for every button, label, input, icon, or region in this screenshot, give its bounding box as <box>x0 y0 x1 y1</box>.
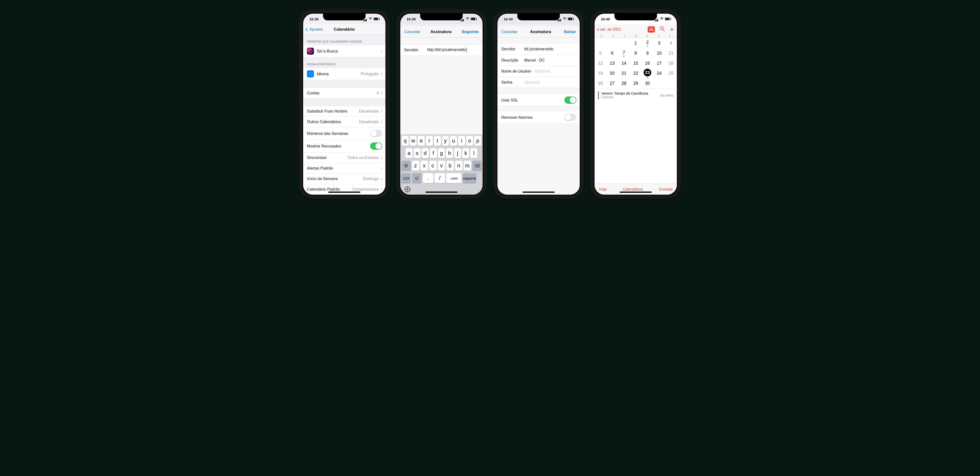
day-cell[interactable]: 5 <box>595 48 606 58</box>
day-cell[interactable]: 15 <box>630 58 641 69</box>
field-password[interactable]: Senha Opcional <box>497 77 580 88</box>
key-com[interactable]: .com <box>446 173 461 183</box>
cell-show-declined[interactable]: Mostrar Recusados <box>303 140 385 152</box>
key-w[interactable]: w <box>410 136 417 146</box>
day-cell[interactable]: 19 <box>595 69 606 78</box>
day-cell[interactable]: 27 <box>606 78 618 89</box>
server-value[interactable]: bit.ly/calmarveldc <box>524 47 576 51</box>
day-cell[interactable]: 4 <box>665 38 677 48</box>
day-cell[interactable]: 21 <box>618 69 630 78</box>
settings-content[interactable]: Permitir que Calendário acesse: Siri e B… <box>303 35 385 195</box>
cell-other-cal[interactable]: Outros Calendários Desativado <box>303 117 385 127</box>
key-u[interactable]: u <box>450 136 457 146</box>
day-cell[interactable]: 7 <box>618 48 630 58</box>
day-cell[interactable]: 12 <box>595 58 606 69</box>
cell-week-start[interactable]: Início da Semana Domingo <box>303 173 385 184</box>
field-server[interactable]: Servidor bit.ly/calmarveldc <box>497 43 580 54</box>
day-cell[interactable]: 20 <box>606 69 618 78</box>
key-emoji[interactable]: ☺ <box>412 173 422 183</box>
cell-use-ssl[interactable]: Usar SSL <box>497 94 580 106</box>
day-cell[interactable]: 14 <box>618 58 630 69</box>
cell-accounts[interactable]: Contas 4 <box>303 88 385 98</box>
day-cell[interactable]: 2 <box>642 38 654 48</box>
key-n[interactable]: n <box>455 161 463 171</box>
key-t[interactable]: t <box>434 136 441 146</box>
day-cell[interactable]: 1 <box>630 38 641 48</box>
save-button[interactable]: Salvar <box>564 29 576 34</box>
next-button[interactable]: Seguinte <box>461 29 479 34</box>
key-slash[interactable]: / <box>434 173 445 183</box>
key-k[interactable]: k <box>462 148 469 158</box>
keyboard[interactable]: qwertyuiop asdfghjkl zxcvbnm 123 ☺ . / .… <box>400 134 483 195</box>
cell-week-numbers[interactable]: Números das Semanas <box>303 127 385 140</box>
key-f[interactable]: f <box>430 148 437 158</box>
home-indicator[interactable] <box>620 192 652 193</box>
backspace-key[interactable] <box>472 161 482 171</box>
home-indicator[interactable] <box>523 192 555 193</box>
inbox-button[interactable]: Entrada <box>659 187 673 192</box>
day-cell[interactable]: 17 <box>654 58 665 69</box>
pass-value[interactable]: Opcional <box>524 80 576 85</box>
search-icon[interactable] <box>660 26 665 33</box>
cell-sync[interactable]: Sincronizar Todos os Eventos <box>303 152 385 163</box>
cell-language[interactable]: 🌐Idioma Português <box>303 68 385 80</box>
cell-siri[interactable]: Siri e Busca <box>303 45 385 57</box>
cell-default-cal[interactable]: Calendário Padrão Compromissos <box>303 184 385 195</box>
today-button[interactable]: Hoje <box>599 187 607 192</box>
field-server[interactable]: Servidor http://bit.ly/calmarveldc <box>400 45 483 56</box>
cell-remove-alarms[interactable]: Remover Alarmes <box>497 111 580 123</box>
home-indicator[interactable] <box>328 192 360 193</box>
globe-key[interactable] <box>404 187 410 192</box>
field-description[interactable]: Descrição Marvel - DC <box>497 54 580 65</box>
day-cell[interactable]: 13 <box>606 58 618 69</box>
list-view-button[interactable] <box>648 26 655 33</box>
key-b[interactable]: b <box>447 161 454 171</box>
day-cell[interactable]: 18 <box>665 58 677 69</box>
toggle-show-declined[interactable] <box>370 142 382 150</box>
home-indicator[interactable] <box>425 192 457 193</box>
toggle-remove-alarms[interactable] <box>565 114 576 121</box>
day-cell[interactable]: 28 <box>618 78 630 89</box>
key-j[interactable]: j <box>454 148 461 158</box>
key-o[interactable]: o <box>466 136 473 146</box>
user-value[interactable]: Opcional <box>535 69 576 73</box>
cell-timezone[interactable]: Substituir Fuso Horário Desativado <box>303 106 385 117</box>
server-input[interactable]: http://bit.ly/calmarveldc <box>427 48 479 53</box>
day-cell[interactable]: 23 <box>642 69 654 78</box>
key-s[interactable]: s <box>414 148 421 158</box>
key-z[interactable]: z <box>412 161 419 171</box>
day-cell[interactable]: 29 <box>630 78 641 89</box>
day-cell[interactable]: 6 <box>606 48 618 58</box>
day-cell[interactable]: 3 <box>654 38 665 48</box>
field-username[interactable]: Nome de Usuário Opcional <box>497 65 580 77</box>
day-cell[interactable]: 9 <box>642 48 654 58</box>
cancel-button[interactable]: Cancelar <box>501 29 517 34</box>
key-q[interactable]: q <box>402 136 409 146</box>
cancel-button[interactable]: Cancelar <box>404 29 420 34</box>
event-row[interactable]: Venom: Tempo de Carnificina Cinemas dia … <box>595 89 677 102</box>
key-v[interactable]: v <box>438 161 445 171</box>
key-x[interactable]: x <box>421 161 428 171</box>
day-cell[interactable]: 25 <box>665 69 677 78</box>
key-i[interactable]: i <box>458 136 465 146</box>
day-cell[interactable]: 26 <box>595 78 606 89</box>
toggle-ssl[interactable] <box>565 96 576 104</box>
key-g[interactable]: g <box>438 148 445 158</box>
shift-key[interactable] <box>401 161 411 171</box>
day-cell[interactable]: 24 <box>654 69 665 78</box>
key-l[interactable]: l <box>470 148 477 158</box>
day-cell[interactable]: 30 <box>642 78 654 89</box>
cell-alerts[interactable]: Alertas Padrão <box>303 163 385 173</box>
key-p[interactable]: p <box>474 136 481 146</box>
add-button[interactable]: + <box>670 26 674 34</box>
key-h[interactable]: h <box>446 148 453 158</box>
key-dot[interactable]: . <box>423 173 433 183</box>
day-cell[interactable]: 16 <box>642 58 654 69</box>
key-e[interactable]: e <box>418 136 425 146</box>
key-m[interactable]: m <box>464 161 471 171</box>
key-a[interactable]: a <box>406 148 412 158</box>
key-r[interactable]: r <box>426 136 433 146</box>
key-d[interactable]: d <box>422 148 429 158</box>
day-cell[interactable]: 22 <box>630 69 641 78</box>
toggle-week-numbers[interactable] <box>370 130 382 137</box>
